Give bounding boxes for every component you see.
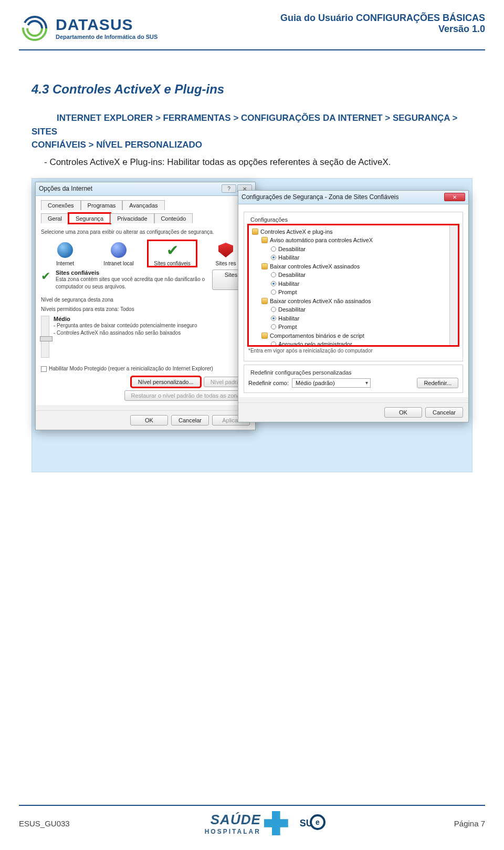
scrollbar[interactable] <box>449 225 458 345</box>
brand-subtitle: Departamento de Informática do SUS <box>56 34 158 40</box>
tree-option[interactable]: Habilitar <box>271 253 455 262</box>
internet-options-dialog: Opções da Internet ? ✕ Conexões Programa… <box>35 182 256 430</box>
tab-privacidade[interactable]: Privacidade <box>110 213 154 223</box>
level-desc-1: - Pergunta antes de baixar conteúdo pote… <box>54 322 197 329</box>
dialog2-titlebar[interactable]: Configurações de Segurança - Zona de Sit… <box>238 191 468 204</box>
zone-selector: Internet Intranet local ✔Sites confiávei… <box>41 241 250 266</box>
tab-geral[interactable]: Geral <box>41 213 69 223</box>
radio-icon[interactable] <box>271 341 276 345</box>
reset-button[interactable]: Redefinir... <box>417 378 458 388</box>
page-number: Página 7 <box>454 819 485 828</box>
esus-logo-icon: e SUS <box>264 811 319 835</box>
reset-group-label: Redefinir configurações personalizadas <box>248 369 354 376</box>
tab-conexoes[interactable]: Conexões <box>41 200 81 210</box>
radio-icon[interactable] <box>271 316 276 321</box>
category-icon <box>261 333 268 339</box>
zone-name: Sites confiáveis <box>56 269 207 276</box>
zone-instruction: Selecione uma zona para exibir ou altera… <box>41 229 250 236</box>
radio-icon[interactable] <box>271 255 276 260</box>
tree-option[interactable]: Desabilitar <box>271 305 455 314</box>
shield-icon <box>218 243 233 257</box>
tree-category: Comportamentos binários e de script <box>261 331 455 340</box>
dialog2-title: Configurações de Segurança - Zona de Sit… <box>242 193 444 201</box>
restart-note: *Entra em vigor após a reinicialização d… <box>248 348 458 354</box>
tree-option[interactable]: Prompt <box>271 288 455 297</box>
protected-mode-label: Habilitar Modo Protegido (requer a reini… <box>49 366 213 371</box>
hospitalar-text: HOSPITALAR <box>205 828 261 835</box>
cancel-button[interactable]: Cancelar <box>425 407 463 418</box>
globe-icon <box>111 242 127 258</box>
tab-programas[interactable]: Programas <box>81 200 123 210</box>
document-id: ESUS_GU033 <box>19 819 70 828</box>
close-icon[interactable]: ✕ <box>444 193 465 201</box>
level-desc-2: - Controles ActiveX não assinados não se… <box>54 329 197 337</box>
navigation-path: INTERNET EXPLORER > FERRAMENTAS > CONFIG… <box>32 111 472 152</box>
tabs-row-2: Geral Segurança Privacidade Conteúdo <box>41 213 250 223</box>
settings-group-label: Configurações <box>248 216 290 223</box>
tree-category: Aviso automático para controles ActiveX <box>261 236 455 245</box>
security-level-slider[interactable] <box>41 316 49 358</box>
path-line-1: INTERNET EXPLORER > FERRAMENTAS > CONFIG… <box>32 113 458 137</box>
tab-seguranca[interactable]: Segurança <box>69 213 110 223</box>
radio-icon[interactable] <box>271 281 276 286</box>
level-section-label: Nível de segurança desta zona <box>41 296 250 304</box>
tab-avancadas[interactable]: Avançadas <box>122 200 164 210</box>
security-settings-dialog: Configurações de Segurança - Zona de Sit… <box>238 190 469 422</box>
path-line-2: CONFIÁVEIS > NÍVEL PERSONALIZADO <box>32 138 472 152</box>
level-allowed: Níveis permitidos para esta zona: Todos <box>41 306 250 313</box>
help-icon[interactable]: ? <box>222 184 236 193</box>
radio-icon[interactable] <box>271 272 276 277</box>
guide-title: Guia do Usuário CONFIGURAÇÕES BÁSICAS <box>280 13 485 24</box>
dialog1-titlebar[interactable]: Opções da Internet ? ✕ <box>36 182 255 196</box>
tree-option[interactable]: Habilitar <box>271 314 455 323</box>
reset-label: Redefinir como: <box>248 380 289 386</box>
tree-option[interactable]: Prompt <box>271 323 455 331</box>
page-header: DATASUS Departamento de Informática do S… <box>19 0 485 50</box>
tree-category: Baixar controles ActiveX não assinados <box>261 297 455 306</box>
cancel-button[interactable]: Cancelar <box>171 415 209 426</box>
datasus-logo-icon <box>19 13 50 44</box>
protected-mode-checkbox[interactable] <box>41 366 47 372</box>
custom-level-button[interactable]: Nível personalizado... <box>131 377 201 387</box>
category-icon <box>252 229 258 235</box>
tabs-row-1: Conexões Programas Avançadas <box>41 200 250 210</box>
dialog1-title: Opções da Internet <box>39 185 222 192</box>
tab-conteudo[interactable]: Conteúdo <box>154 213 193 223</box>
instruction-bullet: - Controles ActiveX e Plug-ins: Habilita… <box>44 157 472 168</box>
ok-button[interactable]: OK <box>130 415 168 426</box>
radio-icon[interactable] <box>271 289 276 295</box>
tree-option[interactable]: Desabilitar <box>271 271 455 279</box>
checkmark-icon: ✔ <box>166 242 178 259</box>
level-name: Médio <box>54 316 197 322</box>
category-icon <box>261 237 268 243</box>
tree-option[interactable]: Habilitar <box>271 279 455 288</box>
page-footer: ESUS_GU033 SAÚDE HOSPITALAR e SUS Página… <box>19 805 485 835</box>
restore-defaults-button[interactable]: Restaurar o nível padrão de todas as zon… <box>124 390 250 401</box>
reset-level-select[interactable]: Médio (padrão) <box>292 378 371 388</box>
guide-version: Versão 1.0 <box>280 24 485 35</box>
tree-option[interactable]: Desabilitar <box>271 245 455 254</box>
category-icon <box>261 298 268 304</box>
settings-tree[interactable]: Controles ActiveX e plug-insAviso automá… <box>248 225 458 346</box>
checkmark-icon: ✔ <box>41 269 50 290</box>
tree-category: Controles ActiveX e plug-ins <box>252 227 455 236</box>
zone-sites-confiaveis[interactable]: ✔Sites confiáveis <box>148 241 196 266</box>
category-icon <box>261 263 268 269</box>
section-title: 4.3 Controles ActiveX e Plug-ins <box>32 82 472 97</box>
tree-option[interactable]: Aprovado pelo administrador <box>271 340 455 346</box>
screenshot-container: Opções da Internet ? ✕ Conexões Programa… <box>32 178 472 472</box>
brand-name: DATASUS <box>56 17 158 33</box>
saude-logo-text: SAÚDE <box>205 812 261 828</box>
radio-icon[interactable] <box>271 307 276 312</box>
zone-description: Esta zona contém sites que você acredita… <box>56 276 207 290</box>
document-body: 4.3 Controles ActiveX e Plug-ins INTERNE… <box>19 50 485 472</box>
ok-button[interactable]: OK <box>384 407 422 418</box>
radio-icon[interactable] <box>271 324 276 329</box>
zone-intranet[interactable]: Intranet local <box>94 241 143 266</box>
tree-category: Baixar controles ActiveX assinados <box>261 262 455 271</box>
radio-icon[interactable] <box>271 246 276 252</box>
globe-icon <box>57 242 73 258</box>
footer-logo: SAÚDE HOSPITALAR e SUS <box>205 811 319 835</box>
zone-internet[interactable]: Internet <box>41 241 89 266</box>
